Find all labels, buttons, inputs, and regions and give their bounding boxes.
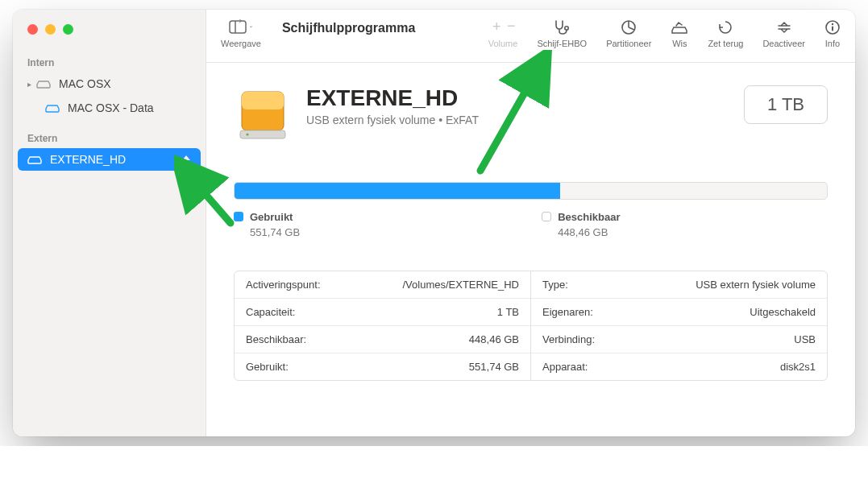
usage-bar-section: Gebruikt 551,74 GB Beschikbaar 448,46 GB — [234, 182, 828, 238]
toolbar-label: Weergave — [221, 39, 261, 48]
volume-name: EXTERNE_HD — [306, 85, 479, 111]
svg-rect-0 — [230, 21, 246, 33]
toolbar-label: Info — [825, 39, 840, 48]
erase-icon — [671, 16, 688, 39]
usage-bar — [234, 182, 828, 200]
unmount-icon — [776, 16, 792, 39]
disk-utility-window: Intern ▸ MAC OSX MAC OSX - Data Extern E… — [13, 10, 855, 436]
disk-icon — [45, 103, 60, 113]
sidebar-item-mac-osx[interactable]: ▸ MAC OSX — [18, 72, 201, 95]
legend-used: Gebruikt 551,74 GB — [234, 211, 300, 238]
deactivate-button[interactable]: Deactiveer — [762, 16, 805, 48]
disk-icon — [27, 155, 42, 164]
external-drive-icon — [234, 85, 292, 143]
toolbar: ˇ Weergave Schijfhulpprogramma +− Volume… — [206, 10, 855, 63]
window-traffic-lights — [13, 21, 206, 52]
info-icon — [824, 16, 841, 39]
info-value: 448,46 GB — [469, 333, 519, 345]
stethoscope-icon — [553, 16, 571, 39]
info-row: Beschikbaar:448,46 GB — [235, 326, 530, 353]
info-col-left: Activeringspunt:/Volumes/EXTERNE_HDCapac… — [235, 271, 531, 380]
info-key: Type: — [542, 279, 568, 291]
sidebar-item-label: EXTERNE_HD — [50, 153, 126, 166]
sidebar: Intern ▸ MAC OSX MAC OSX - Data Extern E… — [13, 10, 206, 436]
info-key: Verbinding: — [542, 333, 595, 345]
toolbar-label: Partitioneer — [606, 39, 651, 48]
info-row: Activeringspunt:/Volumes/EXTERNE_HD — [235, 271, 530, 299]
sidebar-item-label: MAC OSX — [59, 77, 111, 90]
volume-content: EXTERNE_HD USB extern fysiek volume • Ex… — [206, 63, 855, 381]
svg-text:−: − — [507, 19, 516, 34]
toolbar-label: Zet terug — [708, 39, 743, 48]
svg-rect-11 — [242, 92, 284, 110]
erase-button[interactable]: Wis — [671, 16, 688, 48]
legend-free: Beschikbaar 448,46 GB — [542, 211, 620, 238]
info-row: Type:USB extern fysiek volume — [531, 271, 827, 299]
sidebar-section-internal: Intern — [13, 52, 206, 72]
disk-icon — [36, 79, 51, 89]
sidebar-section-external: Extern — [13, 128, 206, 147]
info-row: Capaciteit:1 TB — [235, 299, 530, 326]
info-row: Verbinding:USB — [531, 326, 827, 353]
capacity-box: 1 TB — [744, 85, 828, 124]
info-value: disk2s1 — [780, 361, 816, 373]
info-value: USB — [794, 333, 816, 345]
info-table: Activeringspunt:/Volumes/EXTERNE_HDCapac… — [234, 271, 828, 381]
toolbar-label: Volume — [488, 39, 518, 48]
minimize-window-button[interactable] — [45, 24, 56, 35]
toolbar-label: Schijf-EHBO — [537, 39, 587, 48]
info-key: Eigenaren: — [542, 306, 593, 318]
svg-point-13 — [246, 133, 248, 135]
svg-rect-9 — [832, 27, 833, 31]
info-col-right: Type:USB extern fysiek volumeEigenaren:U… — [531, 271, 827, 380]
svg-text:ˇ: ˇ — [250, 25, 252, 33]
volume-subtitle: USB extern fysiek volume • ExFAT — [306, 114, 479, 126]
sidebar-item-mac-osx-data[interactable]: MAC OSX - Data — [18, 97, 201, 119]
info-value: 1 TB — [497, 306, 519, 318]
partition-button[interactable]: Partitioneer — [606, 16, 651, 48]
volume-header: EXTERNE_HD USB extern fysiek volume • Ex… — [234, 85, 828, 143]
info-key: Capaciteit: — [246, 306, 295, 318]
sidebar-item-label: MAC OSX - Data — [68, 101, 154, 114]
plus-minus-icon: +− — [489, 16, 517, 39]
info-key: Apparaat: — [542, 361, 588, 373]
pie-icon — [621, 16, 637, 39]
info-key: Activeringspunt: — [246, 279, 321, 291]
first-aid-button[interactable]: Schijf-EHBO — [537, 16, 587, 48]
info-value: /Volumes/EXTERNE_HD — [403, 279, 520, 291]
toolbar-label: Wis — [672, 39, 687, 48]
info-button[interactable]: Info — [824, 16, 841, 48]
sidebar-item-externe-hd[interactable]: EXTERNE_HD — [18, 148, 201, 171]
main-panel: ˇ Weergave Schijfhulpprogramma +− Volume… — [206, 10, 855, 436]
swatch-used — [234, 212, 243, 221]
svg-point-5 — [565, 27, 568, 30]
view-button[interactable]: ˇ Weergave — [221, 16, 261, 48]
app-title: Schijfhulpprogramma — [282, 21, 415, 35]
restore-button[interactable]: Zet terug — [708, 16, 743, 48]
close-window-button[interactable] — [27, 24, 38, 35]
svg-point-8 — [832, 23, 833, 25]
swatch-free — [542, 212, 551, 221]
zoom-window-button[interactable] — [63, 24, 73, 35]
info-value: Uitgeschakeld — [750, 306, 816, 318]
info-key: Gebruikt: — [246, 361, 289, 373]
sidebar-icon: ˇ — [229, 16, 253, 39]
volume-button: +− Volume — [488, 16, 518, 48]
eject-icon[interactable] — [181, 155, 191, 164]
info-row: Gebruikt:551,74 GB — [235, 353, 530, 380]
info-row: Apparaat:disk2s1 — [531, 353, 827, 380]
info-value: 551,74 GB — [469, 361, 519, 373]
svg-text:+: + — [492, 19, 501, 35]
usage-bar-used — [235, 183, 560, 199]
info-value: USB extern fysiek volume — [696, 279, 816, 291]
chevron-right-icon: ▸ — [27, 80, 31, 89]
toolbar-label: Deactiveer — [762, 39, 805, 48]
info-key: Beschikbaar: — [246, 333, 306, 345]
info-row: Eigenaren:Uitgeschakeld — [531, 299, 827, 326]
restore-icon — [717, 16, 733, 39]
